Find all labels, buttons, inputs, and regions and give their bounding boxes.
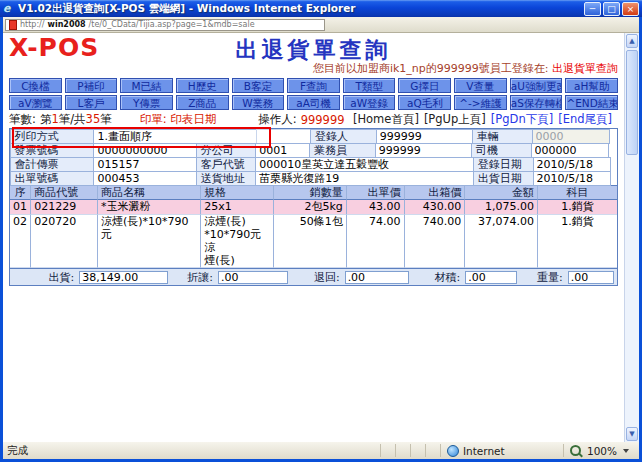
operator-value: 999999 <box>301 113 345 127</box>
item-box-price: 430.00 <box>405 200 466 215</box>
form-row-invoice: 發票號碼 分公司 業務員 司機 <box>10 143 617 157</box>
voucher-label: 會計傳票 <box>10 157 95 172</box>
button-type[interactable]: T類型 <box>343 78 396 93</box>
button-help[interactable]: aH幫助 <box>565 78 618 93</box>
total-weight-cell <box>567 271 615 284</box>
zoom-control[interactable]: 100% <box>563 444 635 457</box>
nav-home[interactable]: [Home首頁] <box>353 112 419 127</box>
totals-bar: 出貨: 折讓: 退回: 材積: 重量: <box>9 269 618 286</box>
button-voucher[interactable]: Y傳票 <box>120 95 173 110</box>
button-browse[interactable]: aV瀏覽 <box>9 95 62 110</box>
record-bar: 筆數: 第1筆/共35筆 印單: 印表日期 操作人: 999999 [Home首… <box>9 112 618 127</box>
title-bar: e V1.02出退貨查詢[X-POS 雲端網] - Windows Intern… <box>0 0 642 17</box>
total-discount-field[interactable] <box>218 271 288 284</box>
order-form: 列印方式 登錄人 車輛 發票號碼 分公司 業務員 <box>9 128 618 186</box>
close-button[interactable]: × <box>622 2 639 16</box>
col-seq: 序 <box>10 186 31 200</box>
driver-field-cell <box>531 143 610 158</box>
button-closed[interactable]: M已結 <box>120 78 173 93</box>
address-label: 送貨地址 <box>196 171 257 186</box>
reg-date-label: 登錄日期 <box>473 157 534 172</box>
reg-date-field[interactable] <box>534 158 611 171</box>
button-end[interactable]: ^END結束 <box>565 95 618 110</box>
button-margin[interactable]: aQ毛利 <box>398 95 451 110</box>
branch-field[interactable] <box>256 144 309 157</box>
col-qty: 銷數量 <box>274 186 347 200</box>
item-seq: 02 <box>10 215 31 268</box>
vertical-scrollbar[interactable]: ▲ ▼ <box>624 33 639 442</box>
form-spacer <box>256 129 311 144</box>
button-register[interactable]: aW登錄 <box>343 95 396 110</box>
button-maintain[interactable]: ^->維護 <box>454 95 507 110</box>
form-row-voucher: 會計傳票 客戶代號 登錄日期 <box>10 157 617 171</box>
customer-field[interactable] <box>256 158 473 171</box>
button-change-file[interactable]: C換檔 <box>9 78 62 93</box>
driver-field[interactable] <box>532 144 609 157</box>
nav-pgup[interactable]: [PgUp上頁] <box>424 112 486 127</box>
minimize-button[interactable]: ─ <box>584 2 601 16</box>
total-weight-field[interactable] <box>568 271 614 284</box>
button-customer-order[interactable]: B客定 <box>232 78 285 93</box>
branch-field-cell <box>255 143 310 158</box>
url-host: win2008 <box>48 20 86 29</box>
reg-date-field-cell <box>533 157 612 172</box>
voucher-field[interactable] <box>94 158 195 171</box>
total-volume-field[interactable] <box>465 271 517 284</box>
total-return-label: 退回: <box>289 270 343 285</box>
toolbar-row-1: C換檔 P補印 M已結 H歷史 B客定 F查詢 T類型 G擇日 V查量 aU強制… <box>9 78 618 93</box>
total-return-cell <box>344 271 410 284</box>
maximize-button[interactable]: □ <box>603 2 620 16</box>
vehicle-field-cell <box>532 129 611 144</box>
button-force-edit[interactable]: aU強制更改 <box>510 78 563 93</box>
scroll-up-arrow-icon[interactable]: ▲ <box>626 34 638 48</box>
address-field-cell <box>255 171 474 186</box>
address-bar: http://win2008/te/0_CData/Tijia.asp?page… <box>3 17 639 33</box>
page-nav: [Home首頁] [PgUp上頁] [PgDn下頁] [End尾頁] <box>353 112 612 127</box>
total-ship-cell <box>78 271 168 284</box>
url-input[interactable]: http://win2008/te/0_CData/Tijia.asp?page… <box>5 19 325 31</box>
print-mode-field[interactable] <box>94 130 256 143</box>
zoom-dropdown-icon[interactable] <box>623 449 629 453</box>
login-user-field[interactable] <box>377 130 472 143</box>
url-path: /te/0_CData/Tijia.asp?page=1&mdb=sale <box>89 20 255 29</box>
button-history[interactable]: H歷史 <box>176 78 229 93</box>
zoom-level: 100% <box>587 445 617 457</box>
order-no-field[interactable] <box>94 172 195 185</box>
button-pick-date[interactable]: G擇日 <box>398 78 451 93</box>
invoice-field[interactable] <box>94 144 195 157</box>
scrollbar-thumb[interactable] <box>626 50 638 155</box>
button-driver[interactable]: aA司機 <box>287 95 340 110</box>
item-name: 涼煙(長)*10*790元 <box>98 215 201 268</box>
total-discount-label: 折讓: <box>169 270 217 285</box>
status-segment <box>380 444 395 457</box>
item-row-1[interactable]: 01 021229 *玉米澱粉 25x1 2包5kg 43.00 430.00 … <box>10 200 617 215</box>
invoice-label: 發票號碼 <box>10 143 95 158</box>
print-mode-label: 列印方式 <box>10 129 95 144</box>
button-query[interactable]: F查詢 <box>287 78 340 93</box>
col-amount: 金額 <box>465 186 538 200</box>
total-discount-cell <box>217 271 289 284</box>
button-sales[interactable]: W業務 <box>232 95 285 110</box>
address-field[interactable] <box>256 172 473 185</box>
button-save-export[interactable]: aS保存轉檔 <box>510 95 563 110</box>
nav-end[interactable]: [End尾頁] <box>558 112 612 127</box>
button-customer[interactable]: L客戶 <box>65 95 118 110</box>
zone-label: Internet <box>463 445 505 457</box>
print-mode-field-cell <box>93 129 257 144</box>
button-check-qty[interactable]: V查量 <box>454 78 507 93</box>
scroll-down-arrow-icon[interactable]: ▼ <box>626 427 638 441</box>
ship-date-field[interactable] <box>534 172 611 185</box>
item-box-price: 740.00 <box>405 215 466 268</box>
nav-pgdn[interactable]: [PgDn下頁] <box>491 112 553 127</box>
vehicle-field[interactable] <box>533 130 610 143</box>
item-account: 1.銷貨 <box>538 200 617 215</box>
salesman-field[interactable] <box>376 144 471 157</box>
item-amount: 1,075.00 <box>465 200 538 215</box>
item-row-2[interactable]: 02 020720 涼煙(長)*10*790元 涼煙(長) *10*790元涼 … <box>10 215 617 268</box>
total-volume-cell <box>464 271 518 284</box>
total-ship-field[interactable] <box>79 271 167 284</box>
button-product[interactable]: Z商品 <box>176 95 229 110</box>
status-text: 完成 <box>7 444 380 458</box>
total-return-field[interactable] <box>345 271 409 284</box>
button-reprint[interactable]: P補印 <box>65 78 118 93</box>
